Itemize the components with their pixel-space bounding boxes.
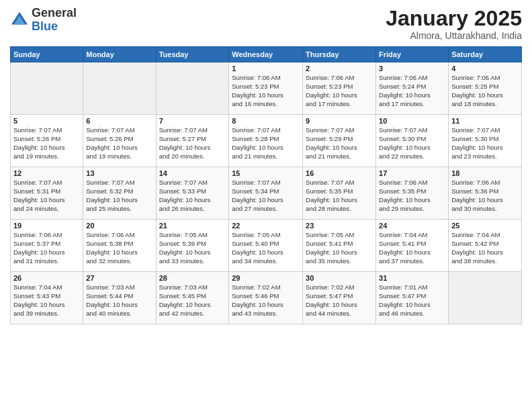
day-info: Sunrise: 7:06 AM Sunset: 5:38 PM Dayligh… bbox=[86, 231, 152, 265]
day-number: 16 bbox=[306, 169, 373, 177]
day-info: Sunrise: 7:03 AM Sunset: 5:44 PM Dayligh… bbox=[86, 283, 152, 318]
day-number: 29 bbox=[232, 274, 300, 282]
calendar-cell: 15Sunrise: 7:07 AM Sunset: 5:34 PM Dayli… bbox=[229, 167, 303, 220]
calendar-cell: 2Sunrise: 7:06 AM Sunset: 5:23 PM Daylig… bbox=[303, 62, 376, 115]
day-number: 4 bbox=[451, 64, 519, 73]
day-number: 31 bbox=[379, 274, 445, 282]
calendar-cell: 28Sunrise: 7:03 AM Sunset: 5:45 PM Dayli… bbox=[156, 272, 229, 324]
day-number: 19 bbox=[13, 222, 80, 230]
day-number: 1 bbox=[232, 64, 300, 73]
day-info: Sunrise: 7:07 AM Sunset: 5:29 PM Dayligh… bbox=[306, 126, 373, 161]
weekday-header-sunday: Sunday bbox=[11, 47, 83, 62]
day-number: 11 bbox=[451, 117, 519, 125]
day-number: 28 bbox=[159, 274, 226, 282]
day-number: 3 bbox=[379, 64, 445, 73]
calendar-cell: 24Sunrise: 7:04 AM Sunset: 5:41 PM Dayli… bbox=[376, 220, 449, 272]
calendar-cell bbox=[83, 62, 156, 115]
day-number: 23 bbox=[306, 222, 373, 230]
calendar-cell: 3Sunrise: 7:06 AM Sunset: 5:24 PM Daylig… bbox=[376, 62, 449, 115]
day-number: 26 bbox=[13, 274, 80, 282]
day-number: 15 bbox=[232, 169, 300, 177]
calendar-cell: 18Sunrise: 7:06 AM Sunset: 5:36 PM Dayli… bbox=[449, 167, 522, 220]
calendar-cell: 14Sunrise: 7:07 AM Sunset: 5:33 PM Dayli… bbox=[156, 167, 229, 220]
day-info: Sunrise: 7:05 AM Sunset: 5:41 PM Dayligh… bbox=[306, 231, 373, 265]
calendar-title: January 2025 bbox=[386, 7, 522, 30]
day-number: 17 bbox=[379, 169, 445, 177]
calendar-week-5: 26Sunrise: 7:04 AM Sunset: 5:43 PM Dayli… bbox=[11, 272, 522, 324]
calendar-cell: 31Sunrise: 7:01 AM Sunset: 5:47 PM Dayli… bbox=[376, 272, 449, 324]
logo-general: General bbox=[32, 6, 77, 19]
day-number: 18 bbox=[451, 169, 519, 177]
day-number: 7 bbox=[159, 117, 226, 125]
calendar-cell: 11Sunrise: 7:07 AM Sunset: 5:30 PM Dayli… bbox=[449, 115, 522, 167]
day-number: 2 bbox=[306, 64, 373, 73]
calendar-cell: 29Sunrise: 7:02 AM Sunset: 5:46 PM Dayli… bbox=[229, 272, 303, 324]
day-info: Sunrise: 7:07 AM Sunset: 5:30 PM Dayligh… bbox=[451, 126, 519, 161]
day-info: Sunrise: 7:01 AM Sunset: 5:47 PM Dayligh… bbox=[379, 283, 445, 318]
logo: General Blue bbox=[10, 7, 77, 34]
day-info: Sunrise: 7:05 AM Sunset: 5:40 PM Dayligh… bbox=[232, 231, 300, 265]
day-info: Sunrise: 7:07 AM Sunset: 5:33 PM Dayligh… bbox=[159, 179, 226, 213]
calendar-cell bbox=[156, 62, 229, 115]
day-number: 10 bbox=[379, 117, 445, 125]
day-number: 13 bbox=[86, 169, 152, 177]
day-info: Sunrise: 7:06 AM Sunset: 5:37 PM Dayligh… bbox=[13, 231, 80, 265]
day-number: 22 bbox=[232, 222, 300, 230]
calendar-cell: 21Sunrise: 7:05 AM Sunset: 5:39 PM Dayli… bbox=[156, 220, 229, 272]
day-info: Sunrise: 7:06 AM Sunset: 5:25 PM Dayligh… bbox=[451, 74, 519, 108]
calendar-table: SundayMondayTuesdayWednesdayThursdayFrid… bbox=[10, 46, 522, 324]
page-header: General Blue January 2025 Almora, Uttara… bbox=[10, 7, 522, 41]
day-info: Sunrise: 7:07 AM Sunset: 5:35 PM Dayligh… bbox=[306, 179, 373, 213]
logo-text: General Blue bbox=[32, 7, 77, 34]
calendar-cell: 10Sunrise: 7:07 AM Sunset: 5:30 PM Dayli… bbox=[376, 115, 449, 167]
day-number: 9 bbox=[306, 117, 373, 125]
calendar-cell: 8Sunrise: 7:07 AM Sunset: 5:28 PM Daylig… bbox=[229, 115, 303, 167]
day-info: Sunrise: 7:02 AM Sunset: 5:46 PM Dayligh… bbox=[232, 283, 300, 318]
page-container: General Blue January 2025 Almora, Uttara… bbox=[0, 0, 532, 411]
day-number: 8 bbox=[232, 117, 300, 125]
calendar-cell bbox=[449, 272, 522, 324]
calendar-week-4: 19Sunrise: 7:06 AM Sunset: 5:37 PM Dayli… bbox=[11, 220, 522, 272]
day-info: Sunrise: 7:03 AM Sunset: 5:45 PM Dayligh… bbox=[159, 283, 226, 318]
day-info: Sunrise: 7:06 AM Sunset: 5:23 PM Dayligh… bbox=[232, 74, 300, 108]
day-number: 25 bbox=[451, 222, 519, 230]
calendar-cell: 5Sunrise: 7:07 AM Sunset: 5:26 PM Daylig… bbox=[11, 115, 83, 167]
day-number: 12 bbox=[13, 169, 80, 177]
day-number: 30 bbox=[306, 274, 373, 282]
calendar-cell bbox=[11, 62, 83, 115]
calendar-cell: 1Sunrise: 7:06 AM Sunset: 5:23 PM Daylig… bbox=[229, 62, 303, 115]
weekday-header-friday: Friday bbox=[376, 47, 449, 62]
logo-icon bbox=[10, 11, 29, 30]
calendar-week-3: 12Sunrise: 7:07 AM Sunset: 5:31 PM Dayli… bbox=[11, 167, 522, 220]
weekday-header-tuesday: Tuesday bbox=[156, 47, 229, 62]
calendar-cell: 19Sunrise: 7:06 AM Sunset: 5:37 PM Dayli… bbox=[11, 220, 83, 272]
day-info: Sunrise: 7:07 AM Sunset: 5:28 PM Dayligh… bbox=[232, 126, 300, 161]
calendar-cell: 30Sunrise: 7:02 AM Sunset: 5:47 PM Dayli… bbox=[303, 272, 376, 324]
calendar-cell: 23Sunrise: 7:05 AM Sunset: 5:41 PM Dayli… bbox=[303, 220, 376, 272]
day-info: Sunrise: 7:06 AM Sunset: 5:23 PM Dayligh… bbox=[306, 74, 373, 108]
calendar-cell: 22Sunrise: 7:05 AM Sunset: 5:40 PM Dayli… bbox=[229, 220, 303, 272]
day-info: Sunrise: 7:04 AM Sunset: 5:42 PM Dayligh… bbox=[451, 231, 519, 265]
weekday-header-row: SundayMondayTuesdayWednesdayThursdayFrid… bbox=[11, 47, 522, 62]
calendar-cell: 17Sunrise: 7:06 AM Sunset: 5:35 PM Dayli… bbox=[376, 167, 449, 220]
calendar-subtitle: Almora, Uttarakhand, India bbox=[386, 30, 522, 41]
weekday-header-saturday: Saturday bbox=[449, 47, 522, 62]
calendar-cell: 27Sunrise: 7:03 AM Sunset: 5:44 PM Dayli… bbox=[83, 272, 156, 324]
day-info: Sunrise: 7:06 AM Sunset: 5:36 PM Dayligh… bbox=[451, 179, 519, 213]
calendar-week-1: 1Sunrise: 7:06 AM Sunset: 5:23 PM Daylig… bbox=[11, 62, 522, 115]
day-info: Sunrise: 7:07 AM Sunset: 5:32 PM Dayligh… bbox=[86, 179, 152, 213]
title-block: January 2025 Almora, Uttarakhand, India bbox=[386, 7, 522, 41]
day-info: Sunrise: 7:04 AM Sunset: 5:43 PM Dayligh… bbox=[13, 283, 80, 318]
day-info: Sunrise: 7:05 AM Sunset: 5:39 PM Dayligh… bbox=[159, 231, 226, 265]
logo-blue: Blue bbox=[32, 19, 58, 33]
calendar-week-2: 5Sunrise: 7:07 AM Sunset: 5:26 PM Daylig… bbox=[11, 115, 522, 167]
calendar-cell: 13Sunrise: 7:07 AM Sunset: 5:32 PM Dayli… bbox=[83, 167, 156, 220]
calendar-cell: 16Sunrise: 7:07 AM Sunset: 5:35 PM Dayli… bbox=[303, 167, 376, 220]
calendar-cell: 20Sunrise: 7:06 AM Sunset: 5:38 PM Dayli… bbox=[83, 220, 156, 272]
day-number: 21 bbox=[159, 222, 226, 230]
day-info: Sunrise: 7:07 AM Sunset: 5:26 PM Dayligh… bbox=[86, 126, 152, 161]
day-info: Sunrise: 7:07 AM Sunset: 5:27 PM Dayligh… bbox=[159, 126, 226, 161]
day-info: Sunrise: 7:07 AM Sunset: 5:26 PM Dayligh… bbox=[13, 126, 80, 161]
day-number: 20 bbox=[86, 222, 152, 230]
day-info: Sunrise: 7:07 AM Sunset: 5:31 PM Dayligh… bbox=[13, 179, 80, 213]
